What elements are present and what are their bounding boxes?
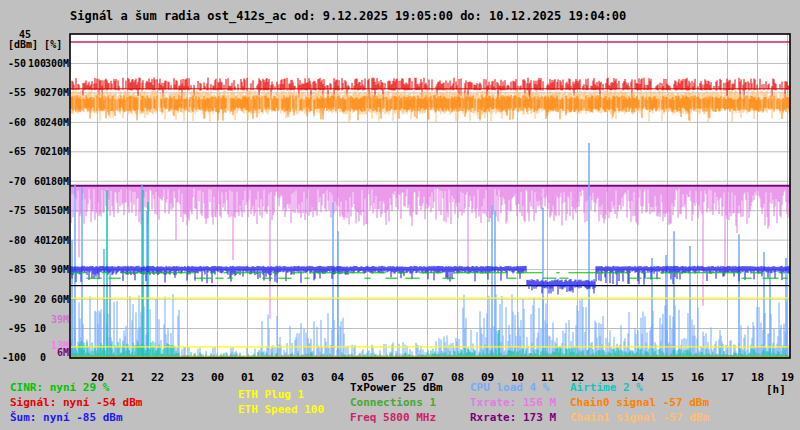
axis-rate-tick: 150M	[43, 205, 69, 216]
axis-dbm-tick: -55	[0, 87, 26, 98]
axis-dbm-tick: -80	[0, 235, 26, 246]
legend-item: CPU load 4 %	[470, 382, 549, 394]
hour-tick-label: 22	[151, 371, 164, 384]
axis-rate-tick: 240M	[43, 117, 69, 128]
signal-graph-plot	[0, 0, 800, 430]
hour-tick-label: 03	[301, 371, 314, 384]
axis-dbm-tick: -90	[0, 294, 26, 305]
hour-tick-label: 00	[211, 371, 224, 384]
mrtg-signal-graph-page: { "title": "Signál a šum radia ost_412s_…	[0, 0, 800, 430]
hours-unit-label: [h]	[766, 384, 786, 395]
hour-tick-label: 01	[241, 371, 254, 384]
axis-rate-tick: 90M	[43, 264, 69, 275]
axis-dbm-tick: -100	[0, 352, 26, 363]
axis-top-overlap-label: 45	[19, 29, 31, 40]
axis-rate-tick: 210M	[43, 146, 69, 157]
hour-tick-label: 04	[331, 371, 344, 384]
legend-item: ETH Speed 100	[238, 404, 324, 416]
legend-item: Freq 5800 MHz	[350, 412, 436, 424]
axis-rate-tick: 60M	[43, 294, 69, 305]
axis-dbm-tick: -60	[0, 117, 26, 128]
hour-tick-label: 16	[691, 371, 704, 384]
axis-dbm-tick: -85	[0, 264, 26, 275]
legend-item: Šum: nyní -85 dBm	[10, 412, 123, 424]
hour-tick-label: 17	[721, 371, 734, 384]
axis-special-rate-label: 6M	[43, 347, 69, 358]
axis-rate-tick: 120M	[43, 235, 69, 246]
hour-tick-label: 08	[451, 371, 464, 384]
legend-item: Chain1 signal -57 dBm	[570, 412, 709, 424]
legend-item: Airtime 2 %	[570, 382, 643, 394]
axis-dbm-tick: -50	[0, 58, 26, 69]
axis-units-label: [dBm] [%]	[8, 39, 62, 50]
legend-item: TxPower 25 dBm	[350, 382, 443, 394]
hour-tick-label: 15	[661, 371, 674, 384]
axis-rate-tick: 270M	[43, 87, 69, 98]
hour-tick-label: 23	[181, 371, 194, 384]
hour-tick-label: 21	[121, 371, 134, 384]
legend-item: Signál: nyní -54 dBm	[10, 397, 142, 409]
legend-item: Connections 1	[350, 397, 436, 409]
axis-dbm-tick: -75	[0, 205, 26, 216]
axis-dbm-tick: -65	[0, 146, 26, 157]
legend-item: Txrate: 156 M	[470, 397, 556, 409]
axis-special-rate-label: 39M	[43, 314, 69, 325]
axis-dbm-tick: -95	[0, 323, 26, 334]
graph-title: Signál a šum radia ost_412s_ac od: 9.12.…	[70, 9, 626, 23]
legend-item: ETH Plug 1	[238, 389, 304, 401]
legend-item: Chain0 signal -57 dBm	[570, 397, 709, 409]
hour-tick-label: 18	[751, 371, 764, 384]
axis-rate-tick: 180M	[43, 176, 69, 187]
axis-rate-tick: 300M	[43, 58, 69, 69]
legend-item: CINR: nyní 29 %	[10, 382, 109, 394]
axis-dbm-tick: -70	[0, 176, 26, 187]
hour-tick-label: 02	[271, 371, 284, 384]
legend-item: Rxrate: 173 M	[470, 412, 556, 424]
